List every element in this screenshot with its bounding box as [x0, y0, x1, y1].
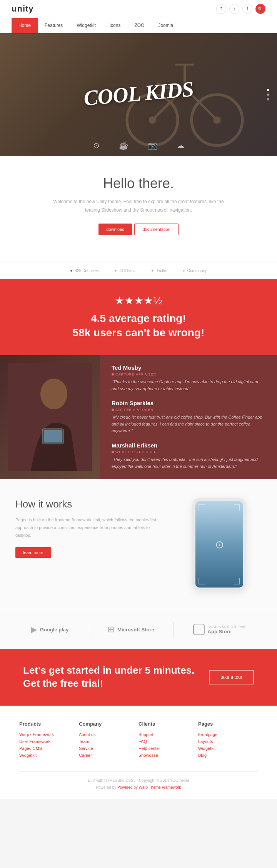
- footer-link-frontpage[interactable]: Frontpage: [198, 732, 258, 737]
- corner-tr: [234, 504, 240, 511]
- nav-item-joomla[interactable]: Joomla: [151, 18, 180, 33]
- tag-dot-2: [112, 451, 114, 453]
- svg-point-11: [40, 379, 67, 409]
- weather-icon[interactable]: ☁: [177, 141, 184, 150]
- testimonial-tag-1: COFFEE APP USER: [112, 408, 265, 412]
- camera-icon[interactable]: ⊙: [93, 141, 100, 150]
- person-image: [8, 363, 92, 471]
- nav-item-widgetkit[interactable]: Widgetkit: [70, 18, 102, 33]
- testimonial-quote-2: "They said you don't need this umbrella …: [112, 456, 265, 470]
- app-stores-section: ▶ Google play ⊞ Microsoft Store Availabl…: [0, 610, 277, 649]
- app-store[interactable]: Available on the App Store: [193, 624, 246, 635]
- footer-link-help[interactable]: Help center: [138, 746, 198, 751]
- search-icon[interactable]: 🔍: [255, 4, 265, 14]
- community-icon: ♦: [183, 269, 185, 273]
- how-it-works-section: How it works Paged is built on the front…: [0, 479, 277, 610]
- footer: Products Warp7 Framework User Framework …: [0, 706, 277, 799]
- take-tour-button[interactable]: take a tour: [209, 670, 254, 684]
- corner-tl: [199, 504, 205, 511]
- nav-item-home[interactable]: Home: [12, 18, 38, 33]
- testimonial-item-1: Robin Sparkles COFFEE APP USER "My credo…: [112, 400, 265, 434]
- logo[interactable]: unity: [12, 4, 34, 14]
- photo-icon[interactable]: 📷: [148, 141, 157, 150]
- facebook-icon[interactable]: f: [242, 4, 252, 14]
- header: unity ? t f 🔍: [0, 0, 277, 18]
- nav-item-zoo[interactable]: ZOO: [127, 18, 151, 33]
- microsoft-store[interactable]: ⊞ Microsoft Store: [107, 624, 154, 634]
- footer-link-widgetkit[interactable]: Widgetkit: [19, 753, 79, 758]
- phone-camera-icon: ⊙: [215, 538, 224, 551]
- dribbble-count: 428 Dribbbles: [75, 269, 99, 273]
- hero-section: Cool Kids ⊙ ☕ 📷 ☁: [0, 33, 277, 156]
- dot-1[interactable]: [267, 89, 269, 91]
- coffee-icon[interactable]: ☕: [119, 141, 128, 150]
- footer-company-title: Company: [79, 721, 138, 727]
- testimonial-tag-2: WEATHER APP USER: [112, 450, 265, 454]
- google-play-text: Google play: [40, 627, 68, 633]
- footer-link-warp7[interactable]: Warp7 Framework: [19, 732, 79, 737]
- svg-rect-13: [44, 430, 62, 442]
- cta-section: Let's get started in under 5 minutes. Ge…: [0, 649, 277, 706]
- star-icon: ✦: [114, 269, 117, 273]
- stat-fans: ✦ 616 Fans: [114, 269, 135, 273]
- twitter-icon[interactable]: t: [229, 4, 239, 14]
- hero-dots: [267, 89, 269, 100]
- testimonial-quote-0: "Thanks to the awesome Capture app, I'm …: [112, 379, 265, 392]
- microsoft-store-text: Microsoft Store: [117, 627, 154, 633]
- google-play-icon: ▶: [31, 625, 37, 634]
- footer-link-showcase[interactable]: Showcase: [138, 753, 198, 758]
- nav-item-features[interactable]: Features: [38, 18, 70, 33]
- testimonial-name-0: Ted Mosby: [112, 364, 265, 371]
- rating-text: 4.5 average rating! 58k users can't be w…: [8, 312, 269, 340]
- tag-dot-1: [112, 409, 114, 411]
- warp-link[interactable]: Powered by Warp Theme Framework: [117, 785, 181, 790]
- footer-link-service[interactable]: Service: [79, 746, 138, 751]
- footer-link-layouts[interactable]: Layouts: [198, 739, 258, 744]
- store-divider-1: [88, 622, 88, 637]
- footer-link-about[interactable]: About us: [79, 732, 138, 737]
- footer-products-title: Products: [19, 721, 79, 727]
- microsoft-store-label: Microsoft Store: [117, 627, 154, 633]
- store-divider-2: [174, 622, 174, 637]
- testimonial-photo: [0, 355, 100, 479]
- testimonial-name-1: Robin Sparkles: [112, 400, 265, 406]
- twitter-label: Twitter: [156, 269, 167, 273]
- heart-icon: ♥: [70, 269, 73, 273]
- documentation-button[interactable]: documentation: [134, 224, 178, 235]
- question-icon[interactable]: ?: [216, 4, 226, 14]
- google-play-store[interactable]: ▶ Google play: [31, 625, 68, 634]
- testimonial-item-0: Ted Mosby CAPTURE APP USER "Thanks to th…: [112, 364, 265, 392]
- phone-mockup: ⊙: [177, 498, 262, 591]
- footer-col-company: Company About us Team Service Career: [79, 721, 138, 760]
- how-description: Paged is built on the frontend framework…: [15, 516, 162, 539]
- footer-link-support[interactable]: Support: [138, 732, 198, 737]
- footer-link-widgetkit-pages[interactable]: Widgetkit: [198, 746, 258, 751]
- rating-section: ★★★★½ 4.5 average rating! 58k users can'…: [0, 279, 277, 355]
- community-label: Community: [187, 269, 207, 273]
- testimonial-tag-0: CAPTURE APP USER: [112, 372, 265, 376]
- footer-link-blog[interactable]: Blog: [198, 753, 258, 758]
- footer-link-user[interactable]: User Framework: [19, 739, 79, 744]
- app-store-text: Available on the App Store: [208, 625, 246, 634]
- footer-col-products: Products Warp7 Framework User Framework …: [19, 721, 79, 760]
- welcome-title: Hello there.: [46, 175, 231, 192]
- footer-link-career[interactable]: Career: [79, 753, 138, 758]
- nav-item-icons[interactable]: Icons: [103, 18, 128, 33]
- dot-2[interactable]: [267, 93, 269, 96]
- footer-columns: Products Warp7 Framework User Framework …: [19, 721, 258, 760]
- footer-link-team[interactable]: Team: [79, 739, 138, 744]
- welcome-description: Welcome to the new Unity theme. Feel fre…: [46, 198, 231, 214]
- download-button[interactable]: download: [98, 224, 132, 235]
- cta-text: Let's get started in under 5 minutes. Ge…: [23, 664, 209, 690]
- microsoft-icon: ⊞: [107, 624, 114, 634]
- dot-3[interactable]: [267, 98, 269, 100]
- learn-more-button[interactable]: learn more: [15, 547, 51, 558]
- footer-link-faq[interactable]: FAQ: [138, 739, 198, 744]
- phone-screen: ⊙: [195, 501, 243, 588]
- phone-frame: ⊙: [192, 498, 246, 591]
- stat-twitter: ✦ Twitter: [151, 269, 167, 273]
- welcome-section: Hello there. Welcome to the new Unity th…: [0, 156, 277, 262]
- footer-link-paged[interactable]: Paged CMS: [19, 746, 79, 751]
- tag-dot-0: [112, 373, 114, 376]
- hero-icons-row: ⊙ ☕ 📷 ☁: [93, 141, 184, 150]
